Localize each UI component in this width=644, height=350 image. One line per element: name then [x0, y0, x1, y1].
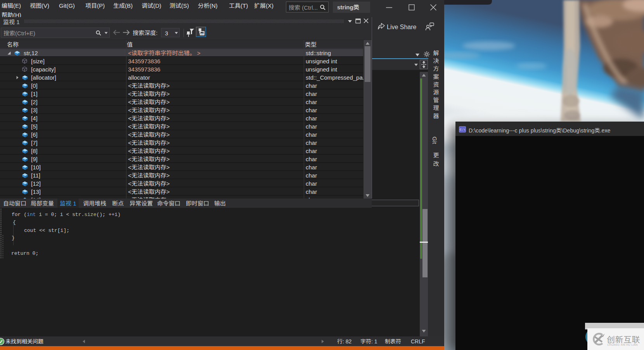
- svg-text:ab: ab: [201, 32, 204, 35]
